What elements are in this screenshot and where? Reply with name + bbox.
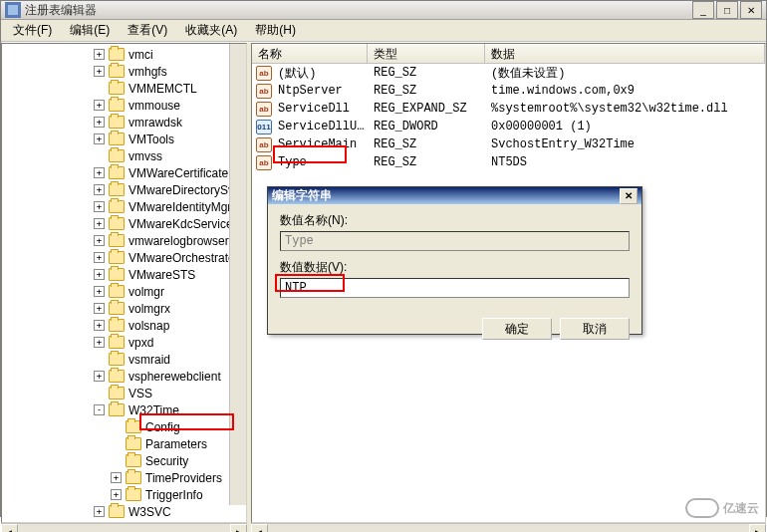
folder-icon [126,420,141,433]
tree-scrollbar-v[interactable] [229,44,246,505]
expand-icon[interactable]: + [94,117,105,128]
tree-node[interactable]: -W32Time [2,401,246,418]
list-row[interactable]: abTypeREG_SZNT5DS [252,153,765,171]
value-name: NtpServer [276,84,372,98]
expand-icon[interactable]: + [94,235,105,246]
scroll-left-icon[interactable]: ◄ [251,524,268,532]
expand-icon[interactable]: + [94,371,105,382]
tree-label: Security [145,454,188,468]
collapse-icon[interactable]: - [94,404,105,415]
tree-node[interactable]: +W3SVC [2,503,246,520]
expand-icon[interactable]: + [94,337,105,348]
folder-icon [109,505,125,518]
expand-icon[interactable]: + [94,133,105,144]
expand-icon[interactable]: + [111,489,122,500]
menu-help[interactable]: 帮助(H) [247,20,304,41]
menu-edit[interactable]: 编辑(E) [62,20,118,41]
menu-view[interactable]: 查看(V) [120,20,175,41]
menu-file[interactable]: 文件(F) [5,20,60,41]
menu-favorites[interactable]: 收藏夹(A) [177,20,245,41]
value-name: (默认) [276,65,372,82]
list-scrollbar-h[interactable]: ◄ ► [251,523,766,532]
list-row[interactable]: abServiceMainREG_SZSvchostEntry_W32Time [252,135,765,153]
maximize-button[interactable]: □ [716,1,738,19]
tree-node[interactable]: +vspherewebclient [2,368,246,385]
tree-node[interactable]: Parameters [2,435,246,452]
tree-node[interactable]: vsmraid [2,351,246,368]
tree-node[interactable]: +VMWareCertificateSvc [2,164,246,181]
tree-node[interactable]: +VMwareSTS [2,266,246,283]
tree-node[interactable]: +TriggerInfo [2,486,246,503]
folder-icon [109,65,125,78]
tree-node[interactable]: vmvss [2,147,246,164]
expand-icon[interactable]: + [94,49,105,60]
expand-icon[interactable]: + [111,472,122,483]
tree-node[interactable]: +volmgr [2,283,246,300]
tree-node[interactable]: +VMwareKdcService [2,215,246,232]
value-data: (数值未设置) [489,65,567,82]
folder-icon [109,149,125,162]
tree-node[interactable]: +vmci [2,46,246,63]
tree-node[interactable]: +VMwareDirectorySvc [2,181,246,198]
list-row[interactable]: 011ServiceDllUnl…REG_DWORD0x00000001 (1) [252,118,765,135]
expand-icon[interactable]: + [94,184,105,195]
cloud-icon [685,498,719,518]
col-type[interactable]: 类型 [368,44,485,63]
tree-label: vpxd [128,336,153,350]
value-data-input[interactable] [280,278,630,298]
tree-node[interactable]: +VMTools [2,131,246,147]
tree-node[interactable]: +vpxd [2,334,246,351]
minimize-button[interactable]: _ [692,1,714,19]
folder-icon [109,302,125,315]
expand-icon[interactable]: + [94,218,105,229]
expand-icon[interactable]: + [94,201,105,212]
expand-icon[interactable]: + [94,252,105,263]
tree-node[interactable]: Config [2,418,246,435]
tree-node[interactable]: VMMEMCTL [2,80,246,97]
folder-icon [109,319,125,332]
value-type: REG_EXPAND_SZ [372,102,489,116]
watermark-text: 亿速云 [723,500,759,517]
col-data[interactable]: 数据 [485,44,765,63]
tree-node[interactable]: +VMwareOrchestrator [2,249,246,266]
expand-icon[interactable]: + [94,269,105,280]
tree-label: vmvss [128,149,162,163]
list-row[interactable]: abNtpServerREG_SZtime.windows.com,0x9 [252,82,765,100]
tree-node[interactable]: VSS [2,385,246,401]
tree-node[interactable]: +volmgrx [2,300,246,317]
folder-icon [109,336,125,349]
ok-button[interactable]: 确定 [482,318,552,340]
tree-scrollbar-h[interactable]: ◄ ► [1,523,247,532]
expand-icon[interactable]: + [94,303,105,314]
expand-icon[interactable]: + [94,66,105,77]
col-name[interactable]: 名称 [252,44,368,63]
expand-icon[interactable]: + [94,320,105,331]
value-type: REG_SZ [372,137,489,151]
tree-node[interactable]: +vmmouse [2,97,246,114]
scroll-right-icon[interactable]: ► [230,524,247,532]
dialog-titlebar[interactable]: 编辑字符串 ✕ [268,187,641,204]
list-row[interactable]: ab(默认)REG_SZ(数值未设置) [252,64,765,82]
dialog-close-button[interactable]: ✕ [620,188,638,204]
tree-node[interactable]: +vmwarelogbrowser [2,232,246,249]
tree-node[interactable]: Security [2,452,246,469]
tree-pane[interactable]: +vmci+vmhgfsVMMEMCTL+vmmouse+vmrawdsk+VM… [1,43,247,523]
folder-icon [109,48,125,61]
value-name: ServiceMain [276,137,372,151]
expand-icon[interactable]: + [94,100,105,111]
cancel-button[interactable]: 取消 [560,318,630,340]
close-button[interactable]: ✕ [740,1,762,19]
expand-icon[interactable]: + [94,167,105,178]
tree-node[interactable]: +volsnap [2,317,246,334]
list-row[interactable]: abServiceDllREG_EXPAND_SZ%systemroot%\sy… [252,100,765,118]
expand-icon[interactable]: + [94,506,105,517]
expand-icon[interactable]: + [94,286,105,297]
scroll-left-icon[interactable]: ◄ [1,524,18,532]
bottom-scrollbars: ◄ ► ◄ ► [1,523,766,532]
scroll-right-icon[interactable]: ► [749,524,766,532]
tree-node[interactable]: +vmhgfs [2,63,246,80]
tree-node[interactable]: +TimeProviders [2,469,246,486]
tree-node[interactable]: +VMwareIdentityMgmtSvc [2,198,246,215]
tree-node[interactable]: +vmrawdsk [2,114,246,131]
edit-string-dialog: 编辑字符串 ✕ 数值名称(N): 数值数据(V): 确定 取消 [267,186,642,335]
